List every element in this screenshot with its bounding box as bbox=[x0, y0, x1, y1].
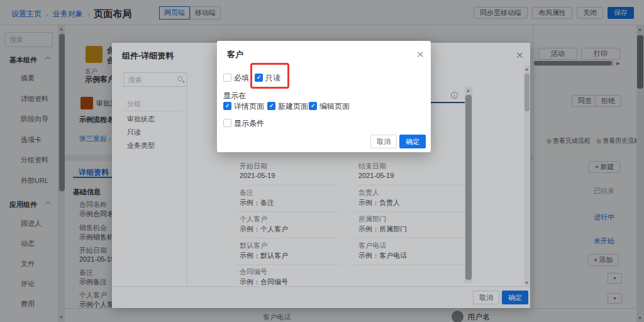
show-condition-label: 显示条件 bbox=[234, 118, 264, 129]
close-icon[interactable]: ✕ bbox=[416, 50, 425, 59]
show-condition-checkbox[interactable] bbox=[223, 119, 231, 127]
show-new-page-label: 新建页面 bbox=[278, 101, 308, 112]
show-edit-page-checkbox[interactable] bbox=[309, 102, 317, 110]
cancel-button[interactable]: 取消 bbox=[370, 135, 397, 148]
show-new-page-checkbox[interactable] bbox=[267, 102, 275, 110]
show-detail-page-label: 详情页面 bbox=[234, 101, 264, 112]
ok-button[interactable]: 确定 bbox=[399, 135, 426, 148]
required-label: 必填 bbox=[234, 73, 249, 84]
page-layout-editor: 设置主页› 业务对象› 页面布局 网页端 移动端 同步至移动端 布局属性 关闭 … bbox=[0, 0, 644, 322]
show-edit-page-label: 编辑页面 bbox=[319, 101, 350, 112]
show-in-label: 显示在 bbox=[223, 91, 246, 101]
required-checkbox[interactable] bbox=[223, 74, 231, 82]
show-detail-page-checkbox[interactable] bbox=[223, 102, 231, 110]
field-settings-modal: 客户 ✕ 必填 只读 显示在 详情页面 新建页面 编辑页面 显示条件 取消 确定 bbox=[217, 41, 431, 152]
highlight-annotation bbox=[250, 63, 289, 89]
modal-title: 客户 bbox=[227, 49, 243, 60]
